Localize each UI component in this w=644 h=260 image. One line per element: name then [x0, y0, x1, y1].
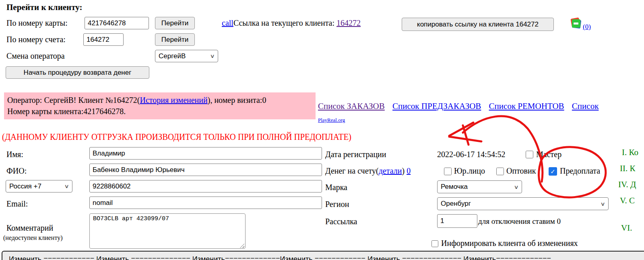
operator-select[interactable]: СергейВ: [155, 50, 218, 62]
notify-checkbox-label: Информировать клиента об изменениях: [441, 239, 578, 248]
fio-label: ФИО:: [6, 166, 27, 176]
playreal-site-link[interactable]: PlayReal.org: [318, 117, 345, 123]
email-label: Email:: [6, 199, 28, 209]
money-details-link[interactable]: детали: [379, 166, 402, 175]
lists-nav: Список ЗАКАЗОВ Список ПРЕДЗАКАЗОВ Список…: [318, 101, 604, 111]
call-link[interactable]: call: [222, 18, 233, 27]
master-checkbox-label: Мастер: [536, 150, 561, 159]
account-number-input[interactable]: [83, 33, 124, 46]
repairs-list-link[interactable]: Список РЕМОНТОВ: [489, 101, 564, 111]
jur-checkbox-label: Юр.лицо: [454, 166, 485, 176]
brand-select[interactable]: Ремочка: [437, 180, 522, 193]
goto-by-card-button[interactable]: Перейти: [155, 17, 195, 29]
orders-list-link[interactable]: Список ЗАКАЗОВ: [318, 101, 385, 111]
master-checkbox[interactable]: [526, 151, 533, 158]
client-id-link[interactable]: 164272: [336, 18, 361, 27]
comment-label: Комментарий: [6, 223, 53, 233]
truncated-list-link[interactable]: Список: [572, 101, 599, 111]
brand-select-value: Ремочка: [441, 183, 468, 191]
brand-label: Марка: [325, 183, 347, 192]
bottom-change-button[interactable]: Изменить ============ Изменить =========…: [2, 251, 644, 260]
history-changes-link[interactable]: История изменений: [140, 96, 207, 104]
comment-sublabel: (недоступен клиенту): [3, 234, 63, 242]
region-label: Регион: [325, 200, 349, 209]
money-row: Денег на счету(детали) 0: [325, 166, 411, 176]
notify-checkbox[interactable]: [431, 240, 438, 247]
goto-account-label: По номеру счета:: [6, 35, 66, 44]
phone-country-select[interactable]: Россия +7: [6, 180, 72, 192]
money-amount-link[interactable]: 0: [407, 166, 411, 175]
copy-client-link-button[interactable]: копировать ссылку на клиента 164272: [402, 18, 554, 31]
side-menu-item-4[interactable]: V. С: [620, 196, 635, 206]
opt-checkbox[interactable]: [496, 168, 504, 175]
client-crm-page: Перейти к клиенту: По номеру карты: Пере…: [0, 0, 644, 260]
prepayment-warning-text: (ДАННОМУ КЛИЕНТУ ОТГРУЗКА ПРОИЗВОДИТСЯ Т…: [2, 132, 351, 142]
name-input[interactable]: [89, 147, 322, 160]
client-link-row: callСсылка на текущего клиента: 164272: [222, 18, 361, 28]
email-input[interactable]: [89, 197, 322, 209]
page-title: Перейти к клиенту:: [6, 2, 82, 12]
stack-icon-bar: [574, 23, 578, 25]
comment-textarea[interactable]: BO73CLB арт 423099/07: [89, 213, 246, 249]
annotation-arrowhead-lower: [449, 137, 481, 141]
side-menu-item-1[interactable]: I. Ко: [622, 147, 638, 158]
goto-by-account-button[interactable]: Перейти: [155, 33, 195, 46]
jur-checkbox[interactable]: [444, 168, 452, 175]
operator-info-card-line: Номер карты клиента:4217646278.: [7, 107, 126, 116]
name-label: Имя:: [6, 150, 23, 159]
reg-date-value: 2022-06-17 14:54:52: [437, 150, 505, 159]
operator-switch-label: Смена оператора: [6, 51, 65, 61]
money-label-close: ): [402, 166, 405, 175]
fio-input[interactable]: [89, 164, 322, 176]
mailing-input[interactable]: [437, 214, 477, 228]
messages-count-link[interactable]: (0): [583, 23, 591, 31]
money-label: Денег на счету(: [325, 166, 379, 175]
region-select[interactable]: Оренбург: [437, 197, 609, 210]
operator-select-value: СергейВ: [159, 52, 186, 60]
operator-info-text-1: Оператор: СергейВ! Клиент №164272(: [7, 96, 140, 104]
prepay-checkbox[interactable]: [549, 167, 557, 176]
annotation-arrowhead-upper: [449, 123, 473, 136]
operator-info-text-2: ), номер визита:0: [208, 96, 266, 104]
mailing-label: Рассылка: [325, 217, 357, 226]
annotation-arrowhead-slash: [463, 125, 469, 145]
phone-input[interactable]: [89, 180, 322, 192]
messages-stack-icon[interactable]: [571, 18, 582, 29]
prepay-checkbox-label: Предоплата: [560, 166, 600, 176]
side-menu-item-3[interactable]: IV. Д: [618, 180, 636, 190]
mailing-hint: для отключения ставим 0: [478, 217, 561, 226]
current-client-label: Ссылка на текущего клиента:: [233, 18, 336, 27]
card-number-input[interactable]: [85, 17, 149, 29]
preorders-list-link[interactable]: Список ПРЕДЗАКАЗОВ: [392, 101, 481, 111]
phone-country-value: Россия +7: [9, 182, 41, 190]
region-select-value: Оренбург: [441, 200, 471, 208]
opt-checkbox-label: Оптовик: [506, 166, 536, 176]
side-menu-item-2[interactable]: II. К: [620, 164, 636, 174]
operator-info-box: Оператор: СергейВ! Клиент №164272(Истори…: [4, 92, 316, 119]
refund-procedure-button[interactable]: Начать процедуру возврата денег: [6, 66, 149, 79]
goto-card-label: По номеру карты:: [6, 18, 68, 28]
reg-date-label: Дата регистрации: [325, 150, 386, 159]
side-menu-item-5[interactable]: VI.: [621, 223, 632, 233]
